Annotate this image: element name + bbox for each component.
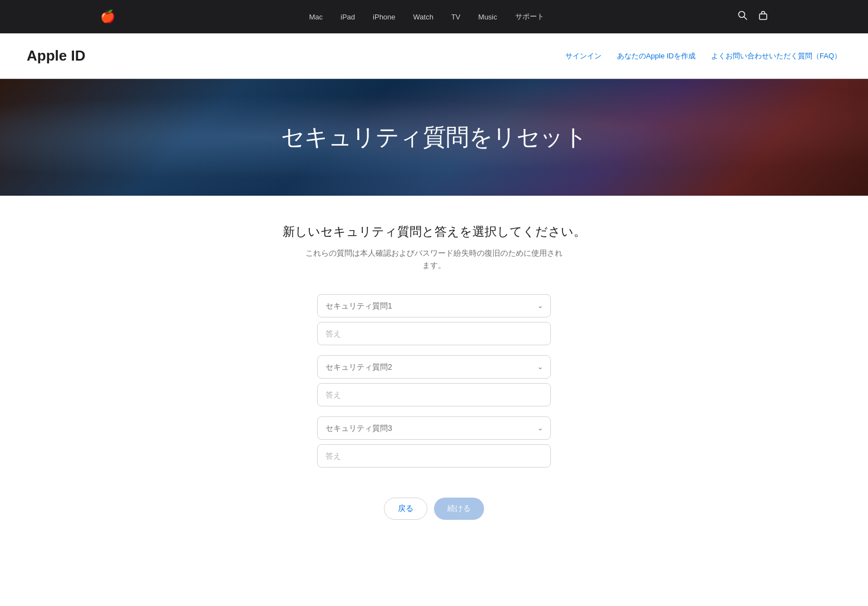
intro-subtext: これらの質問は本人確認およびパスワード紛失時の復旧のために使用され ます。 (305, 247, 563, 272)
apple-logo-icon[interactable]: 🍎 (100, 9, 115, 24)
answer1-input[interactable] (317, 322, 551, 345)
nav-item-ipad[interactable]: iPad (341, 13, 355, 21)
question1-group: セキュリティ質問1 ⌄ (317, 294, 551, 345)
main-content: 新しいセキュリティ質問と答えを選択してください。 これらの質問は本人確認およびパ… (0, 196, 868, 553)
back-button[interactable]: 戻る (384, 498, 427, 520)
nav-icons (738, 11, 768, 23)
question1-select-wrapper: セキュリティ質問1 ⌄ (317, 294, 551, 317)
nav-item-iphone[interactable]: iPhone (373, 13, 395, 21)
subheader: Apple ID サインイン あなたのApple IDを作成 よくお問い合わせい… (0, 33, 868, 79)
question2-group: セキュリティ質問2 ⌄ (317, 355, 551, 406)
question3-select-wrapper: セキュリティ質問3 ⌄ (317, 416, 551, 440)
faq-link[interactable]: よくお問い合わせいただく質問（FAQ） (711, 51, 841, 61)
create-apple-id-link[interactable]: あなたのApple IDを作成 (617, 51, 696, 61)
question2-select-wrapper: セキュリティ質問2 ⌄ (317, 355, 551, 379)
nav-item-tv[interactable]: TV (451, 13, 461, 21)
svg-line-1 (744, 17, 747, 19)
search-icon[interactable] (738, 11, 747, 23)
nav-item-music[interactable]: Music (479, 13, 497, 21)
svg-rect-2 (760, 14, 767, 19)
subheader-links: サインイン あなたのApple IDを作成 よくお問い合わせいただく質問（FAQ… (565, 51, 841, 61)
question3-select[interactable]: セキュリティ質問3 (317, 416, 551, 440)
apple-id-title: Apple ID (27, 47, 85, 64)
hero-title: セキュリティ質問をリセット (281, 122, 588, 153)
intro-heading: 新しいセキュリティ質問と答えを選択してください。 (283, 223, 586, 240)
nav-item-mac[interactable]: Mac (309, 13, 323, 21)
continue-button[interactable]: 続ける (434, 498, 484, 520)
security-questions-form: セキュリティ質問1 ⌄ セキュリティ質問2 ⌄ セキュリティ質問3 ⌄ (317, 294, 551, 478)
nav-item-watch[interactable]: Watch (413, 13, 433, 21)
question2-select[interactable]: セキュリティ質問2 (317, 355, 551, 379)
hero-banner: セキュリティ質問をリセット (0, 79, 868, 196)
question1-select[interactable]: セキュリティ質問1 (317, 294, 551, 317)
sign-in-link[interactable]: サインイン (565, 51, 601, 61)
answer3-input[interactable] (317, 444, 551, 468)
nav-bar: 🍎 Mac iPad iPhone Watch TV Music サポート (0, 0, 868, 33)
nav-item-support[interactable]: サポート (515, 12, 544, 22)
answer2-input[interactable] (317, 383, 551, 406)
button-row: 戻る 続ける (384, 498, 484, 520)
question3-group: セキュリティ質問3 ⌄ (317, 416, 551, 468)
nav-items: Mac iPad iPhone Watch TV Music サポート (309, 12, 544, 22)
bag-icon[interactable] (758, 11, 768, 23)
